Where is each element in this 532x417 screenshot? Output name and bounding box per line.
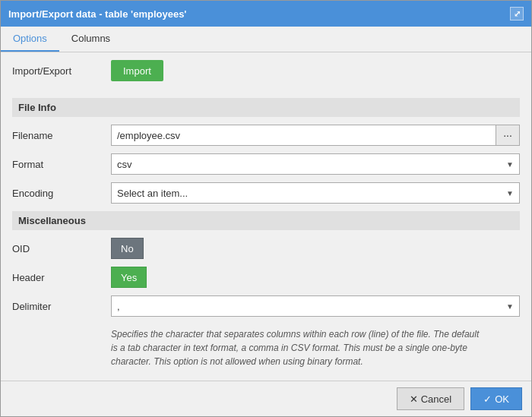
footer: ✕ Cancel ✓ OK [1, 381, 531, 416]
main-window: Import/Export data - table 'employees' ⤢… [0, 0, 532, 417]
encoding-select[interactable]: Select an item... UTF-8 UTF-16 Latin-1 [111, 182, 520, 204]
delimiter-label: Delimiter [12, 301, 111, 312]
delimiter-hint: Specifies the character that separates c… [111, 327, 483, 368]
header-toggle-group: Yes [111, 267, 147, 288]
filename-browse-button[interactable]: ··· [496, 125, 520, 146]
expand-button[interactable]: ⤢ [510, 7, 524, 21]
cancel-label: Cancel [421, 393, 451, 405]
encoding-label: Encoding [12, 188, 111, 199]
header-yes-button[interactable]: Yes [111, 267, 147, 288]
tab-bar: Options Columns [1, 27, 531, 52]
ok-icon: ✓ [483, 393, 492, 405]
format-select-wrapper: csv binary text ▼ [111, 153, 520, 175]
window-title: Import/Export data - table 'employees' [8, 8, 186, 20]
cancel-icon: ✕ [410, 393, 418, 405]
file-info-section-header: File Info [12, 98, 520, 117]
tab-options[interactable]: Options [1, 27, 59, 52]
tab-options-label: Options [13, 33, 47, 44]
tab-columns[interactable]: Columns [59, 27, 122, 52]
filename-group: ··· [111, 125, 520, 146]
delimiter-row: Delimiter , ; | ▼ Specifies the characte… [12, 295, 520, 368]
header-row: Header Yes [12, 267, 520, 288]
filename-label: Filename [12, 130, 111, 141]
header-label: Header [12, 272, 111, 283]
encoding-select-wrapper: Select an item... UTF-8 UTF-16 Latin-1 ▼ [111, 182, 520, 204]
delimiter-select[interactable]: , ; | [111, 295, 520, 317]
filename-row: Filename ··· [12, 125, 520, 146]
filename-input[interactable] [111, 125, 496, 146]
miscellaneous-section-header: Miscellaneous [12, 211, 520, 230]
content-area: Import/Export Import File Info Filename … [1, 52, 531, 381]
oid-row: OID No [12, 238, 520, 259]
title-bar: Import/Export data - table 'employees' ⤢ [1, 1, 531, 27]
format-row: Format csv binary text ▼ [12, 153, 520, 175]
import-button[interactable]: Import [111, 60, 163, 81]
import-export-label: Import/Export [12, 65, 111, 77]
delimiter-select-wrapper: , ; | ▼ [111, 295, 520, 317]
import-export-row: Import/Export Import [12, 60, 520, 89]
oid-no-button[interactable]: No [111, 238, 144, 259]
ok-button[interactable]: ✓ OK [470, 387, 522, 410]
format-label: Format [12, 159, 111, 170]
cancel-button[interactable]: ✕ Cancel [397, 387, 464, 410]
format-select[interactable]: csv binary text [111, 153, 520, 175]
encoding-row: Encoding Select an item... UTF-8 UTF-16 … [12, 182, 520, 204]
oid-label: OID [12, 243, 111, 254]
tab-columns-label: Columns [71, 33, 110, 44]
oid-toggle-group: No [111, 238, 144, 259]
expand-icon: ⤢ [514, 9, 521, 19]
ok-label: OK [495, 393, 509, 405]
delimiter-form-row: Delimiter , ; | ▼ [12, 295, 520, 317]
